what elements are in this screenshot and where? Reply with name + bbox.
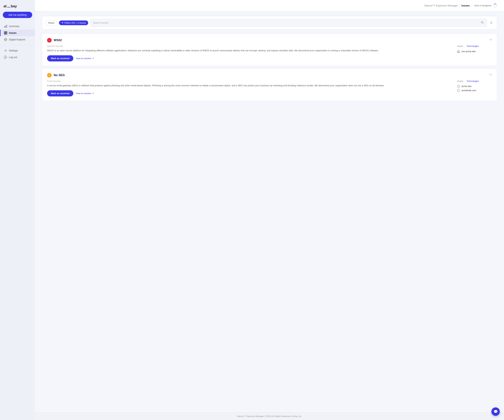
asset-name-acme-edu: acme.edu — [462, 85, 471, 88]
search-wrapper — [90, 19, 487, 27]
sidebar-item-issues[interactable]: Issues — [0, 30, 35, 36]
svg-point-13 — [481, 21, 483, 23]
nav-divider — [0, 45, 35, 45]
footer-text: Stance™ Exposure Manager © 2023 All Righ… — [237, 415, 302, 418]
svg-rect-3 — [4, 31, 6, 33]
logo-dash — [7, 7, 10, 7]
svg-rect-4 — [6, 31, 7, 33]
issue-assets-ws02: Assets | Technologies sso.acme.edu — [457, 45, 492, 53]
assets-header-ws02: Assets | Technologies — [457, 45, 492, 48]
scan-status: Scan in progress — [474, 4, 497, 7]
svg-rect-1 — [5, 26, 6, 27]
sidebar-item-logout[interactable]: Log out — [0, 54, 35, 60]
how-to-resolve-link-no-seg[interactable]: How to resolve ↗ — [76, 92, 94, 95]
issue-title-no-seg: No SEG — [54, 73, 65, 77]
svg-rect-0 — [4, 26, 5, 27]
chat-icon: 💬 — [493, 409, 498, 414]
asset-item: acme.edu — [457, 84, 492, 88]
breadcrumb-separator: / — [459, 4, 460, 7]
main-nav: Summary Issues Digital footprint — [0, 23, 35, 416]
sidebar-item-summary[interactable]: Summary — [0, 23, 35, 30]
footer: Stance™ Exposure Manager © 2023 All Righ… — [35, 413, 504, 420]
svg-line-14 — [483, 23, 484, 24]
sidebar-item-logout-label: Log out — [9, 56, 17, 59]
svg-rect-6 — [6, 33, 7, 34]
issue-category-no-seg: Email Security | — [47, 80, 450, 82]
mark-resolved-button-no-seg[interactable]: Mark as resolved — [47, 90, 73, 96]
issue-header-ws02: − WS02 — [47, 38, 492, 42]
issue-text-no-seg: A secure email gateway (SEG) is software… — [47, 84, 450, 88]
sidebar: at bay Ask me anything Summary — [0, 0, 35, 420]
ask-me-anything-button[interactable]: Ask me anything — [3, 12, 32, 18]
search-icon-button[interactable] — [480, 20, 484, 25]
issue-description-ws02: Network Security | WSO2 is an open sourc… — [47, 45, 450, 61]
technologies-link-no-seg[interactable]: Technologies — [467, 80, 479, 82]
bar-chart-icon — [4, 25, 7, 28]
globe-icon — [4, 38, 7, 41]
issue-actions-no-seg: Mark as resolved How to resolve ↗ — [47, 90, 450, 96]
issue-category-ws02: Network Security | — [47, 45, 450, 48]
issue-description-no-seg: Email Security | A secure email gateway … — [47, 80, 450, 96]
mark-resolved-button-ws02[interactable]: Mark as resolved — [47, 55, 73, 61]
issue-assets-no-seg: Assets | Technologies acme.edu — [457, 80, 492, 93]
sidebar-item-digital-footprint[interactable]: Digital footprint — [0, 36, 35, 43]
download-icon — [490, 21, 493, 24]
shield-icon-acme-edu — [457, 85, 460, 88]
scan-spinner-icon — [493, 4, 497, 7]
shield-icon-acmehulk — [457, 89, 460, 92]
sidebar-item-digital-footprint-label: Digital footprint — [9, 38, 25, 41]
svg-rect-16 — [458, 51, 459, 53]
issue-text-ws02: WSO2 is an open source platform for inte… — [47, 49, 450, 53]
technologies-link-ws02[interactable]: Technologies — [467, 45, 479, 48]
email-icon-seg[interactable]: ✉ — [490, 73, 492, 76]
svg-rect-5 — [4, 33, 6, 34]
assets-label-ws02: Assets — [457, 45, 463, 48]
grid-icon — [4, 31, 7, 35]
issue-header-no-seg: ! No SEG — [47, 73, 492, 78]
svg-rect-2 — [6, 25, 7, 27]
issue-title-ws02: WS02 — [54, 38, 62, 42]
issue-card-ws02: ✉ − WS02 Network Security | WSO2 is an o… — [42, 34, 497, 66]
issue-card-no-seg: ✉ ! No SEG Email Security | A secure ema… — [42, 69, 497, 101]
issues-count: 3 issues — [78, 22, 86, 24]
asset-name: sso.acme.edu — [462, 50, 476, 53]
assets-label-no-seg: Assets — [457, 80, 463, 82]
sidebar-item-settings[interactable]: Settings — [0, 47, 35, 54]
gear-icon — [4, 49, 7, 52]
asset-item: acmehulk.com — [457, 88, 492, 93]
home-icon — [457, 50, 460, 53]
reset-button[interactable]: Reset — [46, 20, 57, 25]
logo-at: at — [4, 4, 7, 8]
assets-header-no-seg: Assets | Technologies — [457, 80, 492, 82]
sidebar-item-summary-label: Summary — [9, 25, 19, 28]
filters-on-label: Filters ON — [65, 22, 75, 24]
asset-item: sso.acme.edu — [457, 49, 492, 53]
category-label: Network Security — [47, 45, 63, 48]
email-icon[interactable]: ✉ — [490, 38, 492, 41]
logo: at bay — [0, 4, 35, 12]
main-content: Stance™ Exposure Manager / Issues Scan i… — [35, 0, 504, 420]
download-icon-button[interactable] — [489, 20, 493, 25]
issues-count-badge: | — [76, 22, 76, 24]
breadcrumb-current: Issues — [462, 4, 470, 7]
issue-body-ws02: Network Security | WSO2 is an open sourc… — [47, 45, 492, 61]
filter-icon: ▼ — [61, 22, 64, 24]
issues-container: Reset ▼ Filters ON | 3 issues — [35, 11, 504, 413]
how-to-resolve-link-ws02[interactable]: How to resolve ↗ — [76, 57, 94, 60]
search-icon — [481, 21, 484, 24]
svg-point-10 — [5, 50, 6, 51]
asset-name-acmehulk: acmehulk.com — [462, 89, 476, 92]
filters-badge[interactable]: ▼ Filters ON | 3 issues — [59, 20, 88, 25]
severity-critical-icon: − — [47, 38, 52, 42]
search-input[interactable] — [93, 21, 479, 24]
top-header: Stance™ Exposure Manager / Issues Scan i… — [35, 0, 504, 11]
scan-label: Scan in progress — [474, 4, 492, 7]
logo-bay: bay — [11, 4, 17, 8]
chat-fab-button[interactable]: 💬 — [492, 408, 500, 416]
filter-bar: Reset ▼ Filters ON | 3 issues — [42, 16, 497, 29]
sidebar-item-settings-label: Settings — [9, 49, 18, 52]
severity-warning-icon: ! — [47, 73, 52, 78]
breadcrumb-parent: Stance™ Exposure Manager — [424, 4, 458, 7]
category-label-seg: Email Security — [47, 80, 60, 82]
sidebar-item-issues-label: Issues — [9, 31, 17, 34]
